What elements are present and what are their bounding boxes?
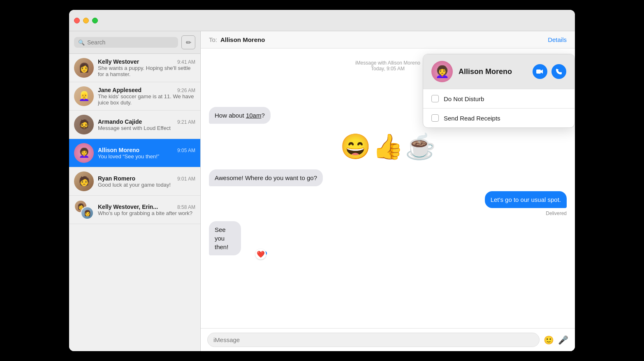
message-row: Let's go to our usual spot.	[209, 191, 567, 208]
emoji-button[interactable]: 🙂	[544, 335, 554, 345]
conversation-time: 9:41 AM	[177, 59, 195, 65]
conversation-name: Armando Cajide	[98, 118, 142, 125]
search-icon: 🔍	[78, 39, 85, 46]
conversation-name: Kelly Westover, Erin...	[98, 204, 158, 210]
compose-icon: ✏	[186, 39, 191, 46]
conversation-item-kelly-westover[interactable]: 👩 Kelly Westover 9:41 AM She wants a pup…	[69, 54, 200, 82]
conversation-preview: She wants a puppy. Hoping she'll settle …	[98, 65, 195, 77]
avatar: 👩	[74, 58, 94, 78]
popup-header: 👩‍🦱 Allison Moreno	[423, 54, 575, 89]
delivered-label: Delivered	[209, 211, 567, 216]
emoji-coffee: ☕	[405, 132, 436, 161]
main-content: 🔍 ✏ 👩 Kelly Westover 9:41 AM	[69, 31, 575, 351]
conversation-time: 9:01 AM	[177, 176, 195, 182]
popup-contact-name: Allison Moreno	[459, 67, 527, 76]
avatar: 👱‍♀️	[74, 86, 94, 106]
to-label: To:	[209, 36, 217, 43]
avatar: 🧔	[74, 115, 94, 134]
conversation-time: 9:21 AM	[177, 119, 195, 125]
conversation-name: Kelly Westover	[98, 58, 139, 65]
maximize-button[interactable]	[92, 18, 98, 23]
conversation-name: Jane Appleseed	[98, 87, 141, 93]
conversation-info: Armando Cajide 9:21 AM Message sent with…	[98, 118, 195, 131]
conversation-item-allison-moreno[interactable]: 👩‍🦱 Allison Moreno 9:05 AM You loved “Se…	[69, 139, 200, 167]
emoji-thumbsup: 👍	[373, 132, 403, 161]
do-not-disturb-row[interactable]: Do Not Disturb	[423, 89, 575, 108]
conversation-list: 👩 Kelly Westover 9:41 AM She wants a pup…	[69, 54, 200, 351]
chat-to: To: Allison Moreno	[209, 36, 265, 43]
input-area: 🙂 🎤	[201, 328, 575, 351]
group-avatar-2: 👩	[81, 206, 94, 220]
chat-area: To: Allison Moreno Details iMessage with…	[201, 31, 575, 351]
conversation-name: Ryan Romero	[98, 175, 135, 182]
conversation-info: Kelly Westover 9:41 AM She wants a puppy…	[98, 58, 195, 77]
emoji-smiley: 😄	[340, 132, 371, 161]
conversation-info: Ryan Romero 9:01 AM Good luck at your ga…	[98, 175, 195, 188]
avatar: 👩‍🦱	[74, 143, 94, 163]
conversation-item-group[interactable]: 👩 👩 Kelly Westover, Erin... 8:58 AM Who'…	[69, 196, 200, 224]
sidebar: 🔍 ✏ 👩 Kelly Westover 9:41 AM	[69, 31, 201, 351]
phone-icon	[556, 68, 562, 75]
reaction-badge: ❤️	[255, 249, 266, 259]
compose-button[interactable]: ✏	[181, 35, 195, 49]
conversation-item-jane-appleseed[interactable]: 👱‍♀️ Jane Appleseed 9:26 AM The kids' so…	[69, 82, 200, 111]
message-bubble-received: Awesome! Where do you want to go?	[209, 169, 323, 186]
svg-rect-0	[536, 69, 541, 74]
details-button[interactable]: Details	[548, 36, 567, 43]
conversation-preview: The kids' soccer game is at 11. We have …	[98, 93, 195, 106]
search-bar[interactable]: 🔍	[74, 37, 178, 48]
conversation-time: 9:26 AM	[177, 88, 195, 93]
conversation-preview: You loved “See you then!”	[98, 153, 195, 160]
message-bubble-received: See you then!	[209, 221, 241, 255]
conversation-time: 8:58 AM	[177, 204, 195, 210]
chat-header: To: Allison Moreno Details	[201, 31, 575, 49]
app-window: 🔍 ✏ 👩 Kelly Westover 9:41 AM	[69, 10, 575, 351]
conversation-info: Allison Moreno 9:05 AM You loved “See yo…	[98, 147, 195, 160]
message-input[interactable]	[207, 333, 540, 347]
conversation-info: Jane Appleseed 9:26 AM The kids' soccer …	[98, 87, 195, 106]
title-bar	[69, 10, 575, 31]
conversation-preview: Message sent with Loud Effect	[98, 125, 195, 131]
do-not-disturb-checkbox[interactable]	[431, 95, 439, 102]
send-read-receipts-checkbox[interactable]	[431, 114, 439, 122]
popup-avatar-face: 👩‍🦱	[435, 65, 449, 79]
message-bubble-sent: Let's go to our usual spot.	[485, 191, 567, 208]
conversation-time: 9:05 AM	[177, 148, 195, 153]
message-with-reaction: See you then! ❤️	[209, 221, 259, 255]
popup-actions	[533, 64, 566, 79]
conversation-item-ryan-romero[interactable]: 🧑 Ryan Romero 9:01 AM Good luck at your …	[69, 167, 200, 196]
emoji-row: 😄 👍 ☕	[209, 132, 567, 161]
traffic-lights	[74, 18, 98, 23]
minimize-button[interactable]	[83, 18, 89, 23]
message-row: See you then! ❤️	[209, 221, 567, 255]
microphone-button[interactable]: 🎤	[558, 335, 568, 345]
recipient-name: Allison Moreno	[220, 36, 265, 43]
do-not-disturb-label: Do Not Disturb	[444, 95, 484, 102]
send-read-receipts-label: Send Read Receipts	[444, 115, 500, 122]
send-read-receipts-row[interactable]: Send Read Receipts	[423, 109, 575, 127]
group-avatar: 👩 👩	[74, 200, 94, 220]
phone-button[interactable]	[551, 64, 566, 79]
message-bubble-received: How about 10am?	[209, 107, 271, 124]
message-row: Awesome! Where do you want to go?	[209, 169, 567, 186]
close-button[interactable]	[74, 18, 80, 23]
conversation-info: Kelly Westover, Erin... 8:58 AM Who's up…	[98, 204, 195, 216]
search-input[interactable]	[87, 39, 174, 46]
conversation-preview: Who's up for grabbing a bite after work?	[98, 210, 195, 216]
avatar: 🧑	[74, 171, 94, 191]
conversation-preview: Good luck at your game today!	[98, 182, 195, 188]
conversation-name: Allison Moreno	[98, 147, 139, 153]
details-popup: 👩‍🦱 Allison Moreno	[423, 54, 575, 128]
video-icon	[536, 69, 544, 74]
popup-avatar: 👩‍🦱	[431, 61, 453, 82]
sidebar-header: 🔍 ✏	[69, 31, 200, 54]
conversation-item-armando-cajide[interactable]: 🧔 Armando Cajide 9:21 AM Message sent wi…	[69, 111, 200, 139]
facetime-video-button[interactable]	[533, 64, 547, 79]
